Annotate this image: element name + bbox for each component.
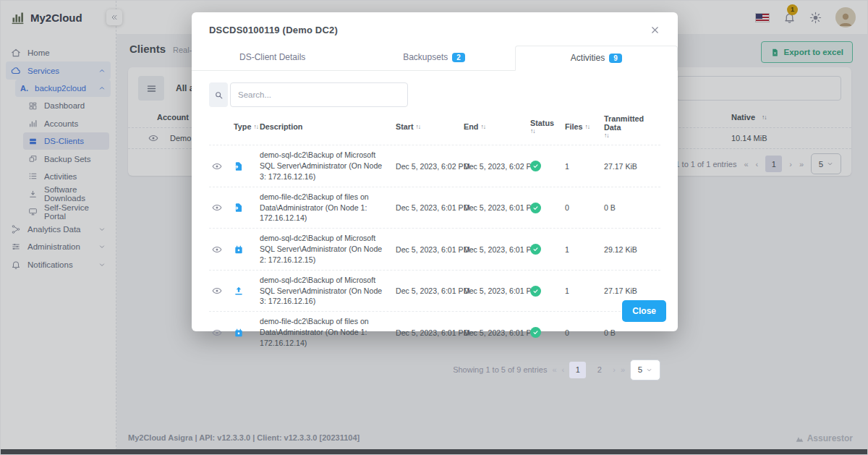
activity-row: demo-sql-dc2\Backup of Microsoft SQL Ser… [209,228,660,269]
eye-icon [212,244,222,255]
activity-end: Dec 5, 2023, 6:02 PM [464,162,530,171]
column-header-label: Start [396,122,414,131]
activity-transmitted: 27.17 KiB [604,162,660,171]
column-header-label: Tranmitted Data [604,114,660,132]
next-page-icon[interactable]: › [613,365,616,374]
activity-start: Dec 5, 2023, 6:02 PM [396,162,464,171]
chevron-down-icon [646,367,652,373]
status-success-icon [530,203,541,213]
activity-description: demo-sql-dc2\Backup of Microsoft SQL Ser… [260,275,396,307]
close-icon [650,25,660,35]
activity-files: 1 [565,162,604,171]
sort-icon [585,123,590,130]
view-activity-button[interactable] [209,286,234,296]
activity-row: demo-sql-dc2\Backup of Microsoft SQL Ser… [209,270,660,311]
activity-files: 1 [565,286,604,295]
first-page-icon[interactable]: « [552,365,556,374]
sort-icon [530,127,535,135]
activity-end: Dec 5, 2023, 6:01 PM [464,245,530,254]
column-header-type[interactable]: Type [234,122,260,131]
activity-start: Dec 5, 2023, 6:01 PM [396,328,464,337]
activity-files: 0 [565,328,604,337]
app-screen: My2Cloud Home Services backup2cloud Dash… [0,0,868,455]
tab-label: Backupsets [403,52,448,62]
sort-icon [253,123,258,130]
status-success-icon [530,244,541,255]
check-icon [532,288,539,294]
tab-label: DS-Client Details [239,52,305,62]
column-header-status[interactable]: Status [530,119,565,135]
status-success-icon [530,286,541,297]
modal-close-x-button[interactable] [650,25,660,35]
eye-icon [212,286,222,296]
view-activity-button[interactable] [209,244,234,254]
modal-title: DSCDS0100119 (Demo DC2) [209,25,338,35]
activity-end: Dec 5, 2023, 6:01 PM [464,328,530,337]
check-icon [532,163,539,169]
activity-start: Dec 5, 2023, 6:01 PM [396,203,464,212]
page-number-button[interactable]: 2 [591,362,608,378]
column-header-transmitted[interactable]: Tranmitted Data [604,114,660,139]
column-header-label: Files [565,122,583,131]
modal-tabs: DS-Client Details Backupsets2 Activities… [192,46,678,71]
last-page-icon[interactable]: » [621,365,625,374]
activities-search-input[interactable] [230,82,408,107]
eye-icon [212,161,222,171]
sort-icon [416,123,421,130]
activity-type-icon [234,161,260,171]
column-header-label: Status [530,119,554,127]
pagination-info: Showing 1 to 5 of 9 entries [453,365,547,374]
activity-type-icon [234,286,260,296]
sort-icon [604,132,609,139]
ds-client-modal: DSCDS0100119 (Demo DC2) DS-Client Detail… [192,12,678,331]
activities-pagination: Showing 1 to 5 of 9 entries « ‹ 1 2 › » … [209,360,660,380]
activity-description: demo-file-dc2\Backup of files on Data\Ad… [260,316,396,348]
view-activity-button[interactable] [209,161,234,171]
activity-start: Dec 5, 2023, 6:01 PM [396,286,464,295]
column-header-label: Description [260,122,302,131]
column-header-end[interactable]: End [464,122,530,131]
view-activity-button[interactable] [209,203,234,213]
activity-row: demo-file-dc2\Backup of files on Data\Ad… [209,187,660,228]
page-number-button[interactable]: 1 [569,362,586,378]
prev-page-icon[interactable]: ‹ [562,365,565,374]
tab-label: Activities [571,53,605,63]
activity-type-icon [234,327,260,337]
activity-end: Dec 5, 2023, 6:01 PM [464,286,530,295]
activities-table-header: Type Description Start End Status Files … [209,107,660,145]
activity-files: 0 [565,203,604,212]
activity-type-icon [234,244,260,254]
column-header-label: Type [234,122,251,131]
check-icon [532,205,539,211]
column-header-description[interactable]: Description [260,122,396,131]
activity-description: demo-sql-dc2\Backup of Microsoft SQL Ser… [260,150,396,182]
window-bottom-edge [1,449,867,454]
activity-transmitted: 27.17 KiB [604,286,660,295]
column-header-start[interactable]: Start [396,122,464,131]
check-icon [532,329,539,336]
activity-description: demo-file-dc2\Backup of files on Data\Ad… [260,192,396,224]
activity-transmitted: 0 B [604,328,660,337]
page-size-select[interactable]: 5 [630,360,660,380]
tab-backupsets[interactable]: Backupsets2 [353,46,514,70]
tab-activities[interactable]: Activities9 [515,46,678,71]
tab-count-badge: 9 [609,54,622,63]
activity-files: 1 [565,245,604,254]
tab-ds-client-details[interactable]: DS-Client Details [192,46,353,70]
search-button[interactable] [209,82,228,107]
eye-icon [212,328,222,338]
eye-icon [212,203,222,213]
modal-close-button[interactable]: Close [622,300,666,322]
status-success-icon [530,327,541,338]
column-header-label: End [464,122,478,131]
check-icon [532,246,539,252]
activity-type-icon [234,203,260,213]
sort-icon [480,123,485,130]
view-activity-button[interactable] [209,327,234,337]
activity-row: demo-file-dc2\Backup of files on Data\Ad… [209,311,660,352]
page-size-value: 5 [638,365,642,374]
tab-count-badge: 2 [452,53,465,62]
column-header-files[interactable]: Files [565,122,604,131]
activity-start: Dec 5, 2023, 6:01 PM [396,245,464,254]
status-success-icon [530,161,541,171]
